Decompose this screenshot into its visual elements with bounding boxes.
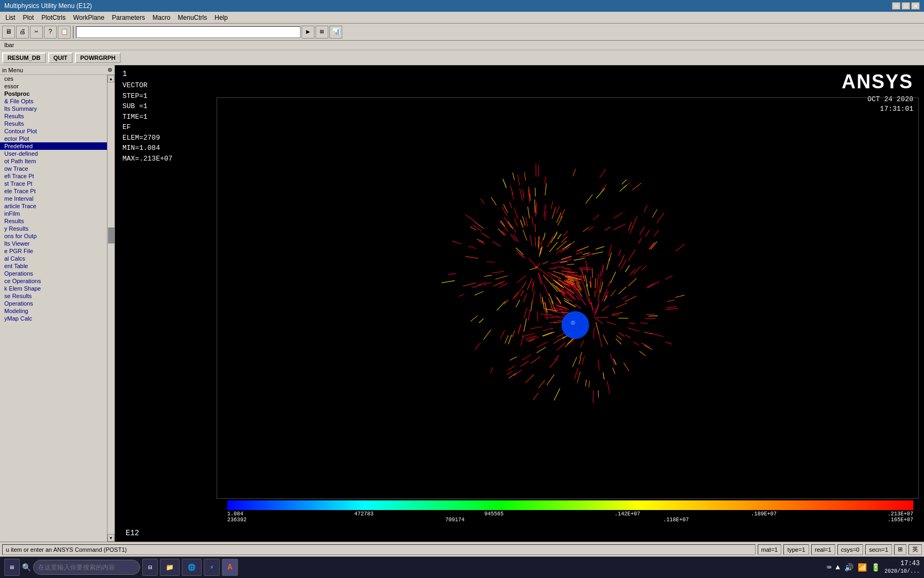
browser-button[interactable]: 🌐 (182, 559, 202, 576)
plot-min: MIN=1.084 (122, 143, 173, 154)
explorer-button[interactable]: 📁 (160, 559, 180, 576)
colorbar (227, 500, 913, 510)
taskview-button[interactable]: ⊟ (142, 559, 158, 576)
taskbar-right: ⌨ ▲ 🔊 📶 🔋 17:43 2020/10/... (827, 560, 920, 575)
sidebar-content: ces essor Postproc & File Opts lts Summa… (0, 75, 107, 542)
titlebar: Multiphysics Utility Menu (E12) ─ □ ✕ (0, 0, 924, 12)
tb-icon3[interactable]: ✂ (30, 26, 43, 39)
taskbar-search-input[interactable] (33, 560, 140, 575)
svg-point-421 (571, 321, 575, 325)
sidebar-item-eletrace[interactable]: ele Trace Pt (0, 187, 107, 195)
sidebar-item-calcs[interactable]: al Calcs (0, 255, 107, 262)
toolbar-separator (73, 26, 74, 39)
status-main-text: u item or enter an ANSYS Command (POST1) (2, 544, 756, 555)
menu-workplane[interactable]: WorkPlane (70, 13, 107, 22)
sidebar-item-results1[interactable]: Results (0, 112, 107, 120)
quit-button[interactable]: QUIT (48, 52, 73, 63)
status-real: real=1 (811, 544, 835, 555)
plot-type: VECTOR (122, 80, 173, 91)
tb-grid[interactable]: ⊞ (315, 26, 328, 39)
scroll-up-btn[interactable]: ▲ (107, 75, 114, 82)
sidebar-item-ltssummary[interactable]: lts Summary (0, 105, 107, 112)
plot-frame (217, 97, 919, 499)
plot-field: EF (122, 122, 173, 133)
ansys-taskbar-button[interactable]: A (222, 559, 238, 576)
scroll-down-btn[interactable]: ▼ (107, 534, 114, 542)
command-input[interactable] (76, 26, 301, 38)
main-area: in Menu ⊗ ces essor Postproc & File Opts… (0, 65, 924, 542)
tb-help[interactable]: ? (44, 26, 57, 39)
sidebar-item-ceops[interactable]: ce Operations (0, 277, 107, 285)
sidebar-item-operations1[interactable]: Operations (0, 270, 107, 277)
colorbar-container: 1.084 472783 945565 .142E+07 .189E+07 .2… (227, 500, 913, 523)
tb-icon5[interactable]: 📋 (58, 26, 71, 39)
sidebar-item-predefined[interactable]: Predefined (0, 142, 107, 150)
status-grid-icon[interactable]: ⊞ (894, 544, 906, 555)
tray-up-icon[interactable]: ▲ (836, 563, 840, 572)
sidebar-item-onsoutp[interactable]: ons for Outp (0, 232, 107, 240)
sidebar-item-ymapcalc[interactable]: yMap Calc (0, 315, 107, 322)
statusbar: u item or enter an ANSYS Command (POST1)… (0, 542, 924, 557)
start-button[interactable]: ⊞ (4, 559, 20, 576)
sidebar-item-contourplot[interactable]: Contour Plot (0, 127, 107, 135)
minimize-button[interactable]: ─ (892, 2, 900, 10)
close-button[interactable]: ✕ (911, 2, 920, 10)
sidebar-item-pgrfile[interactable]: e PGR File (0, 247, 107, 255)
menu-menuctrls[interactable]: MenuCtrls (175, 13, 211, 22)
buttonbar: RESUM_DB QUIT POWRGRPH (0, 50, 924, 65)
tb-table[interactable]: 📊 (329, 26, 342, 39)
sidebar-item-essor[interactable]: essor (0, 82, 107, 90)
sidebar-item-particletrace[interactable]: article Trace (0, 202, 107, 210)
sidebar-item-results2[interactable]: Results (0, 120, 107, 127)
keyboard-tray-icon[interactable]: ⌨ (827, 563, 831, 572)
sidebar-item-pathitem[interactable]: ot Path Item (0, 157, 107, 165)
plot-timeval: TIME=1 (122, 112, 173, 123)
sidebar-item-timeinterval[interactable]: me Interval (0, 195, 107, 202)
menu-plot[interactable]: Plot (20, 13, 37, 22)
sidebar-item-flowtrace[interactable]: ow Trace (0, 165, 107, 172)
volume-icon[interactable]: 🔊 (844, 563, 853, 572)
tb-run[interactable]: ▶ (302, 26, 314, 39)
sidebar-item-modeling[interactable]: Modeling (0, 307, 107, 315)
sidebar-item-defitrace[interactable]: efi Trace Pt (0, 172, 107, 180)
sidebar-item-sttrace[interactable]: st Trace Pt (0, 180, 107, 187)
menu-parameters[interactable]: Parameters (109, 13, 148, 22)
sidebar-item-postproc[interactable]: Postproc (0, 90, 107, 97)
sidebar: in Menu ⊗ ces essor Postproc & File Opts… (0, 65, 115, 542)
taskbar: ⊞ 🔍 ⊟ 📁 🌐 ⚡ A ⌨ ▲ 🔊 📶 🔋 17:43 2020/10/..… (0, 557, 924, 578)
sidebar-item-vectorplot[interactable]: ector Plot (0, 135, 107, 142)
powrgrph-button[interactable]: POWRGRPH (75, 52, 121, 63)
sidebar-item-operations2[interactable]: Operations (0, 300, 107, 307)
plot-sub: SUB =1 (122, 101, 173, 112)
sidebar-item-fileopts[interactable]: & File Opts (0, 97, 107, 105)
sidebar-item-userdefined[interactable]: User-defined (0, 150, 107, 157)
tb-icon1[interactable]: 🖥 (2, 26, 15, 39)
sidebar-collapse-icon[interactable]: ⊗ (107, 66, 112, 73)
svg-line-231 (598, 390, 599, 397)
sidebar-item-ces[interactable]: ces (0, 75, 107, 82)
menu-help[interactable]: Help (211, 13, 231, 22)
sidebar-item-results3[interactable]: Results (0, 217, 107, 225)
menu-plotctrls[interactable]: PlotCtrls (38, 13, 68, 22)
sidebar-item-ltsviewer[interactable]: lts Viewer (0, 240, 107, 247)
sidebar-item-yresults[interactable]: y Results (0, 225, 107, 232)
sidebar-item-elemshape[interactable]: k Elem Shape (0, 285, 107, 292)
sidebar-item-thinfilm[interactable]: inFilm (0, 210, 107, 217)
tb-print[interactable]: 🖨 (16, 26, 29, 39)
plot-step: STEP=1 (122, 91, 173, 102)
sidebar-scrollbar[interactable]: ▲ ▼ (107, 75, 114, 542)
menu-macro[interactable]: Macro (149, 13, 173, 22)
taskbar-clock: 17:43 2020/10/... (884, 560, 920, 575)
edge-button[interactable]: ⚡ (204, 559, 219, 576)
battery-icon[interactable]: 🔋 (871, 563, 880, 572)
svg-line-189 (535, 224, 536, 232)
titlebar-controls: ─ □ ✕ (892, 2, 920, 10)
sidebar-item-table[interactable]: ent Table (0, 262, 107, 270)
resum-db-button[interactable]: RESUM_DB (2, 52, 46, 63)
plot-max: MAX=.213E+07 (122, 154, 173, 164)
sidebar-header: in Menu ⊗ (0, 65, 114, 75)
menu-list[interactable]: List (2, 13, 19, 22)
network-icon[interactable]: 📶 (858, 563, 867, 572)
maximize-button[interactable]: □ (902, 2, 910, 10)
sidebar-item-seresults[interactable]: se Results (0, 292, 107, 300)
